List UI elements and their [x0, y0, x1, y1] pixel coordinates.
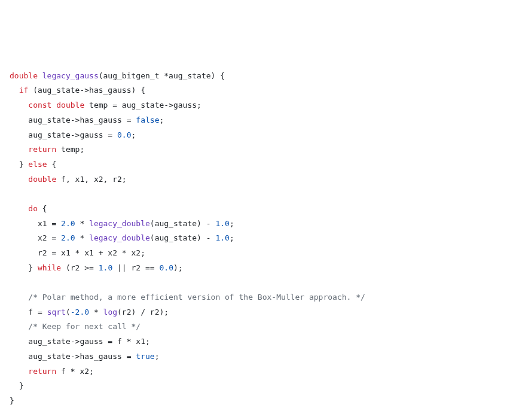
code-line: return f * x2;	[10, 367, 94, 376]
code-token	[10, 204, 28, 213]
code-token: || r2 ==	[112, 263, 159, 272]
code-line: do {	[10, 204, 47, 213]
code-token	[38, 71, 42, 80]
code-token: {	[47, 160, 57, 169]
code-token: }	[10, 263, 38, 272]
code-token: double	[10, 71, 38, 80]
code-token: if	[19, 86, 29, 95]
code-line: }	[10, 396, 14, 405]
code-line: const double temp = aug_state->gauss;	[10, 101, 201, 109]
code-token	[10, 101, 28, 109]
code-token: legacy_gauss	[42, 71, 99, 80]
code-token: true	[136, 352, 154, 361]
code-token: legacy_double	[89, 219, 150, 228]
code-token: (aug_state) -	[150, 233, 216, 242]
code-token: (r2 >=	[61, 263, 99, 272]
code-token: (aug_state->has_gauss) {	[28, 86, 145, 95]
code-token: false	[136, 115, 159, 124]
code-line: x1 = 2.0 * legacy_double(aug_state) - 1.…	[10, 219, 234, 228]
code-line: r2 = x1 * x1 + x2 * x2;	[10, 248, 145, 257]
code-token: ;	[230, 219, 234, 228]
code-line: double legacy_gauss(aug_bitgen_t *aug_st…	[10, 71, 225, 80]
code-token: ;	[159, 115, 164, 124]
code-line: aug_state->has_gauss = true;	[10, 352, 159, 361]
code-line: if (aug_state->has_gauss) {	[10, 86, 145, 95]
code-line: x2 = 2.0 * legacy_double(aug_state) - 1.…	[10, 233, 234, 242]
code-line: aug_state->has_gauss = false;	[10, 115, 164, 124]
code-token: return	[28, 367, 56, 376]
code-token: double	[56, 101, 84, 109]
code-token: log	[103, 308, 117, 316]
code-token: x2 =	[10, 233, 61, 242]
code-token: aug_state->has_gauss =	[10, 352, 136, 361]
code-token: -2.0	[71, 308, 89, 316]
code-token: {	[38, 204, 47, 213]
code-token: aug_state->gauss =	[10, 130, 117, 139]
code-token: /* Polar method, a more efficient versio…	[28, 293, 365, 302]
code-line: return temp;	[10, 145, 84, 154]
code-line: aug_state->gauss = 0.0;	[10, 130, 136, 139]
code-token: legacy_double	[89, 233, 150, 242]
code-token: r2 = x1 * x1 + x2 * x2;	[10, 248, 145, 257]
code-token	[10, 145, 28, 154]
code-token: const	[28, 101, 51, 109]
code-token: );	[173, 263, 183, 272]
code-token: *	[75, 219, 89, 228]
code-token: }	[10, 160, 28, 169]
code-token: while	[38, 263, 61, 272]
code-token: x1 =	[10, 219, 61, 228]
code-token: aug_state->has_gauss =	[10, 115, 136, 124]
code-token: do	[28, 204, 38, 213]
code-block: double legacy_gauss(aug_bitgen_t *aug_st…	[10, 69, 500, 409]
code-token: ;	[230, 233, 234, 242]
code-token: 1.0	[215, 233, 229, 242]
code-token	[10, 367, 28, 376]
code-token: return	[28, 145, 56, 154]
code-token: aug_state->gauss = f * x1;	[10, 337, 150, 346]
code-line: } else {	[10, 160, 56, 169]
code-token: temp = aug_state->gauss;	[84, 101, 201, 109]
code-line: }	[10, 381, 23, 390]
code-token	[10, 175, 28, 184]
code-token: sqrt	[47, 308, 66, 316]
code-token	[10, 86, 19, 95]
code-token: (aug_bitgen_t *aug_state) {	[99, 71, 225, 80]
code-token: (	[66, 308, 71, 316]
code-line: aug_state->gauss = f * x1;	[10, 337, 150, 346]
code-token: }	[10, 396, 14, 405]
code-line: f = sqrt(-2.0 * log(r2) / r2);	[10, 308, 169, 316]
code-token: /* Keep for next call */	[28, 322, 141, 331]
code-token: (aug_state) -	[150, 219, 216, 228]
code-token: 1.0	[99, 263, 112, 272]
code-token: 1.0	[215, 219, 229, 228]
code-token: 0.0	[160, 263, 173, 272]
code-token: }	[10, 381, 23, 390]
code-token	[10, 293, 28, 302]
code-token: temp;	[56, 145, 84, 154]
code-line: /* Polar method, a more efficient versio…	[10, 293, 365, 302]
code-token: 0.0	[117, 130, 131, 139]
code-line: } while (r2 >= 1.0 || r2 == 0.0);	[10, 263, 183, 272]
code-token: (r2) / r2);	[117, 308, 169, 316]
code-token: else	[28, 160, 47, 169]
code-token: 2.0	[61, 219, 75, 228]
code-token: *	[89, 308, 103, 316]
code-token: f =	[10, 308, 47, 316]
code-line: /* Keep for next call */	[10, 322, 141, 331]
code-token: f * x2;	[56, 367, 94, 376]
code-token: double	[28, 175, 56, 184]
code-token: f, x1, x2, r2;	[56, 175, 126, 184]
code-token: ;	[132, 130, 136, 139]
code-token: *	[75, 233, 89, 242]
code-token	[10, 322, 28, 331]
code-token: 2.0	[61, 233, 75, 242]
code-token: ;	[155, 352, 160, 361]
code-line: double f, x1, x2, r2;	[10, 175, 127, 184]
